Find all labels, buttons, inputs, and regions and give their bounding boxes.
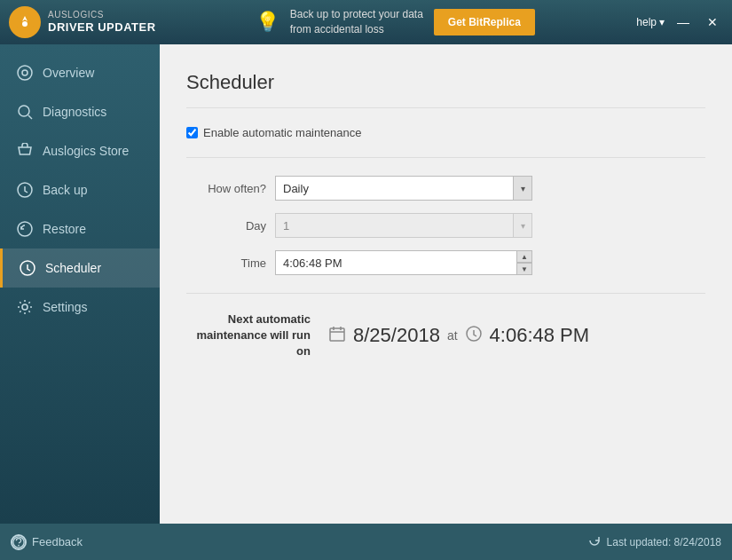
overview-icon [16, 64, 34, 82]
sidebar-item-settings[interactable]: Settings [0, 288, 160, 327]
how-often-select[interactable]: Daily Weekly Monthly [275, 176, 532, 201]
how-often-control: Daily Weekly Monthly ▾ [275, 176, 532, 201]
feedback-label: Feedback [32, 535, 83, 548]
store-label: Auslogics Store [43, 144, 129, 158]
svg-point-2 [18, 66, 32, 80]
next-run-label: Next automatic maintenance will run on [186, 312, 311, 360]
promo-banner: 💡 Back up to protect your data from acci… [156, 7, 634, 37]
restore-icon [16, 220, 34, 238]
chevron-down-icon: ▾ [659, 16, 665, 28]
overview-label: Overview [43, 66, 94, 80]
divider-1 [186, 157, 705, 158]
day-row: Day ▾ [186, 213, 705, 238]
how-often-label: How often? [186, 182, 275, 195]
how-often-row: How often? Daily Weekly Monthly ▾ [186, 176, 705, 201]
scheduler-form: How often? Daily Weekly Monthly ▾ Day ▾ [186, 176, 705, 275]
store-icon [16, 142, 34, 160]
time-label: Time [186, 256, 275, 270]
diagnostics-label: Diagnostics [43, 105, 106, 119]
svg-point-16 [18, 544, 20, 546]
help-button[interactable]: help ▾ [636, 16, 665, 28]
time-decrement-button[interactable]: ▼ [516, 263, 532, 275]
svg-point-7 [18, 222, 32, 236]
enable-maintenance-row: Enable automatic maintenance [186, 126, 705, 139]
day-label: Day [186, 219, 275, 233]
time-spinner: ▲ ▼ [516, 250, 532, 275]
svg-rect-10 [330, 328, 344, 341]
banner-text: Back up to protect your data from accide… [290, 7, 423, 37]
enable-maintenance-label[interactable]: Enable automatic maintenance [203, 126, 362, 139]
at-text: at [447, 328, 458, 343]
get-bitreplica-button[interactable]: Get BitReplica [434, 9, 535, 35]
clock-icon [465, 325, 483, 347]
next-run-section: Next automatic maintenance will run on 8… [186, 312, 705, 360]
main-layout: Overview Diagnostics Auslogics Store [0, 44, 732, 524]
last-updated: Last updated: 8/24/2018 [587, 533, 721, 550]
last-updated-label: Last updated: 8/24/2018 [607, 536, 721, 548]
svg-point-9 [22, 304, 28, 310]
svg-point-1 [22, 21, 28, 27]
feedback-link[interactable]: Feedback [11, 534, 83, 550]
day-control: ▾ [275, 213, 532, 238]
enable-maintenance-checkbox[interactable] [186, 127, 198, 138]
settings-label: Settings [43, 300, 88, 314]
divider-2 [186, 293, 705, 294]
calendar-icon [328, 325, 346, 347]
sidebar-item-restore[interactable]: Restore [0, 209, 160, 248]
sidebar: Overview Diagnostics Auslogics Store [0, 44, 160, 524]
minimize-button[interactable]: — [672, 13, 695, 31]
lightbulb-icon: 💡 [256, 11, 279, 34]
refresh-icon [587, 533, 602, 550]
settings-icon [16, 298, 34, 316]
diagnostics-icon [16, 103, 34, 121]
content-area: Scheduler Enable automatic maintenance H… [160, 44, 732, 524]
time-row: Time ▲ ▼ [186, 250, 705, 275]
sidebar-item-backup[interactable]: Back up [0, 170, 160, 209]
backup-icon [16, 181, 34, 199]
status-bar: Feedback Last updated: 8/24/2018 [0, 524, 732, 560]
sidebar-item-scheduler[interactable]: Scheduler [0, 248, 160, 288]
svg-point-4 [19, 106, 29, 116]
next-run-value: 8/25/2018 at 4:06:48 PM [328, 324, 589, 347]
backup-label: Back up [43, 183, 88, 197]
sidebar-item-overview[interactable]: Overview [0, 53, 160, 92]
feedback-icon [11, 534, 27, 550]
scheduler-icon [19, 259, 36, 277]
svg-point-3 [22, 70, 28, 75]
svg-line-5 [28, 115, 32, 119]
page-title: Scheduler [186, 71, 705, 108]
time-control: ▲ ▼ [275, 250, 532, 275]
title-bar: Auslogics DRIVER UPDATER 💡 Back up to pr… [0, 0, 732, 44]
sidebar-item-auslogics-store[interactable]: Auslogics Store [0, 131, 160, 170]
next-run-time: 4:06:48 PM [490, 324, 590, 347]
restore-label: Restore [43, 222, 86, 236]
scheduler-label: Scheduler [45, 261, 101, 275]
sidebar-item-diagnostics[interactable]: Diagnostics [0, 92, 160, 131]
logo-icon [9, 6, 41, 38]
window-controls: help ▾ — ✕ [634, 13, 723, 31]
day-input [275, 213, 532, 238]
app-logo: Auslogics DRIVER UPDATER [9, 6, 156, 38]
close-button[interactable]: ✕ [702, 13, 723, 31]
logo-text: Auslogics DRIVER UPDATER [48, 10, 156, 35]
next-run-date: 8/25/2018 [353, 324, 440, 347]
time-increment-button[interactable]: ▲ [516, 250, 532, 263]
time-input[interactable] [275, 250, 532, 275]
